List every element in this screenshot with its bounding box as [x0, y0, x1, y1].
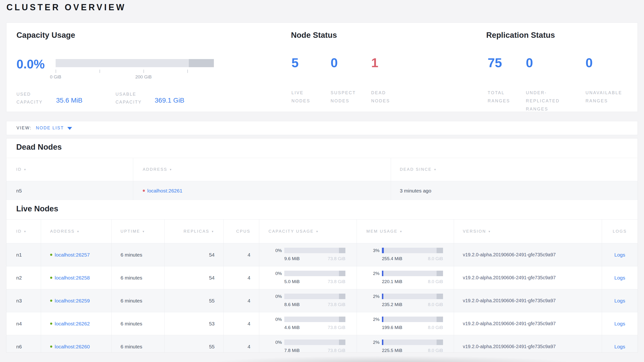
- uptime-cell: 6 minutes: [112, 289, 165, 312]
- node-address-link[interactable]: localhost:26257: [55, 252, 90, 258]
- capacity-usage-cell: 0% 4.6 MiB 73.8 GiB: [259, 312, 357, 335]
- column-header-logs: LOGS: [602, 220, 638, 243]
- mem-usage-cell: 2% 225.5 MiB 8.0 GiB: [357, 335, 454, 353]
- mem-percent: 2%: [366, 317, 380, 322]
- capacity-used-value: 4.6 MiB: [284, 325, 300, 330]
- node-address-cell: localhost:26258: [41, 266, 112, 289]
- node-address-link[interactable]: localhost:26262: [55, 321, 90, 327]
- live-node-row: n3 localhost:26259 6 minutes 55 4 0%: [6, 289, 638, 312]
- node-id-cell: n4: [6, 312, 41, 335]
- column-header-address[interactable]: ADDRESS ▼: [41, 220, 112, 243]
- mem-usage-cell: 2% 220.1 MiB 8.0 GiB: [357, 266, 454, 289]
- logs-link[interactable]: Logs: [614, 275, 626, 281]
- mem-total-value: 8.0 GiB: [428, 348, 443, 353]
- capacity-bar-segment: [339, 271, 346, 276]
- capacity-total-value: 73.8 GiB: [328, 325, 346, 330]
- axis-tick-label: 0 GiB: [39, 74, 72, 80]
- axis-tick-label: 200 GiB: [127, 74, 160, 80]
- live-status-dot-icon: [50, 277, 52, 279]
- live-nodes-count: 5: [292, 55, 298, 70]
- capacity-percent: 0%: [268, 248, 282, 253]
- mem-used-value: 235.2 MiB: [382, 302, 402, 307]
- capacity-percent: 0%: [268, 294, 282, 299]
- unavailable-ranges-count: 0: [586, 55, 593, 70]
- uptime-cell: 6 minutes: [112, 312, 165, 335]
- node-address-link[interactable]: localhost:26258: [55, 275, 90, 281]
- capacity-mini-bar: [284, 294, 346, 299]
- column-header-cpus[interactable]: CPUS: [224, 220, 259, 243]
- sort-desc-icon: ▼: [76, 230, 80, 233]
- live-nodes-heading: Live Nodes: [16, 204, 58, 214]
- mem-bar-segment: [436, 271, 443, 276]
- capacity-usage-cell: 0% 9.6 MiB 73.8 GiB: [259, 243, 357, 266]
- logs-link[interactable]: Logs: [614, 321, 626, 327]
- uptime-cell: 6 minutes: [112, 335, 165, 353]
- column-header-id[interactable]: ID ▼: [6, 158, 133, 181]
- column-header-address[interactable]: ADDRESS ▼: [133, 158, 391, 181]
- mem-total-value: 8.0 GiB: [428, 256, 443, 261]
- uptime-cell: 6 minutes: [112, 243, 165, 266]
- logs-cell: Logs: [602, 266, 638, 289]
- capacity-total-value: 73.8 GiB: [328, 348, 346, 353]
- sort-desc-icon: ▼: [316, 230, 319, 233]
- column-header-label: VERSION: [463, 229, 486, 234]
- mem-mini-bar: [382, 271, 443, 276]
- capacity-usage-cell: 0% 7.8 MiB 73.8 GiB: [259, 335, 357, 353]
- capacity-used-value: 9.6 MiB: [284, 256, 300, 261]
- view-selected-value: NODE LIST: [36, 125, 64, 130]
- node-id-cell: n2: [6, 266, 41, 289]
- column-header-id[interactable]: ID ▼: [6, 220, 41, 243]
- cpus-cell: 4: [224, 289, 259, 312]
- capacity-usage-section: Capacity Usage 0.0% 0 GiB 200 GiB USED C…: [16, 23, 226, 112]
- mem-bar-fill: [382, 317, 383, 322]
- logs-link[interactable]: Logs: [614, 298, 626, 304]
- mem-mini-bar: [382, 294, 443, 299]
- column-header-label: CPUS: [236, 229, 250, 234]
- live-nodes-label: LIVE NODES: [292, 89, 320, 105]
- node-address-link[interactable]: localhost:26261: [147, 188, 182, 194]
- total-ranges-count: 75: [488, 55, 502, 70]
- sort-desc-icon: ▼: [400, 230, 403, 233]
- mem-used-value: 220.1 MiB: [382, 279, 402, 284]
- sort-desc-icon: ▼: [211, 230, 214, 233]
- cpus-cell: 4: [224, 312, 259, 335]
- column-header-label: MEM USAGE: [366, 229, 398, 234]
- axis-tick: [100, 70, 100, 73]
- capacity-bar-chart: 0 GiB 200 GiB: [56, 59, 214, 67]
- sort-desc-icon: ▼: [434, 168, 437, 171]
- suspect-nodes-label: SUSPECT NODES: [330, 89, 362, 105]
- column-header-mem-usage[interactable]: MEM USAGE ▼: [357, 220, 454, 243]
- uptime-cell: 6 minutes: [112, 266, 165, 289]
- column-header-capacity-usage[interactable]: CAPACITY USAGE ▼: [259, 220, 357, 243]
- mem-used-value: 225.5 MiB: [382, 348, 402, 353]
- capacity-bar-segment: [339, 294, 346, 299]
- capacity-percent: 0%: [268, 271, 282, 276]
- capacity-mini-bar: [284, 339, 346, 345]
- column-header-replicas[interactable]: REPLICAS ▼: [165, 220, 224, 243]
- node-address-link[interactable]: localhost:26260: [55, 344, 90, 349]
- node-address-link[interactable]: localhost:26259: [55, 298, 90, 304]
- capacity-bar-segment: [339, 317, 346, 322]
- view-selector-dropdown[interactable]: NODE LIST: [36, 125, 72, 130]
- capacity-used-value: 7.8 MiB: [284, 348, 300, 353]
- column-header-label: CAPACITY USAGE: [268, 229, 314, 234]
- live-nodes-header-row: ID ▼ ADDRESS ▼ UPTIME ▼ REPLICAS ▼ CPUS …: [6, 219, 638, 243]
- mem-mini-bar: [382, 339, 443, 345]
- logs-link[interactable]: Logs: [614, 252, 626, 258]
- node-id-cell: n3: [6, 289, 41, 312]
- mem-bar-segment: [436, 294, 443, 299]
- dead-since-cell: 3 minutes ago: [391, 181, 638, 200]
- column-header-uptime[interactable]: UPTIME ▼: [112, 220, 165, 243]
- mem-bar-segment: [436, 248, 443, 253]
- mem-bar-fill: [382, 271, 383, 276]
- mem-mini-bar: [382, 248, 443, 253]
- usable-capacity-value: 369.1 GiB: [155, 97, 184, 104]
- logs-link[interactable]: Logs: [614, 344, 626, 349]
- live-status-dot-icon: [50, 254, 52, 256]
- capacity-mini-bar: [284, 271, 346, 276]
- axis-tick: [188, 70, 188, 73]
- column-header-version[interactable]: VERSION ▼: [454, 220, 602, 243]
- column-header-dead-since[interactable]: DEAD SINCE ▼: [391, 158, 638, 181]
- page-title: CLUSTER OVERVIEW: [6, 3, 126, 13]
- logs-cell: Logs: [602, 312, 638, 335]
